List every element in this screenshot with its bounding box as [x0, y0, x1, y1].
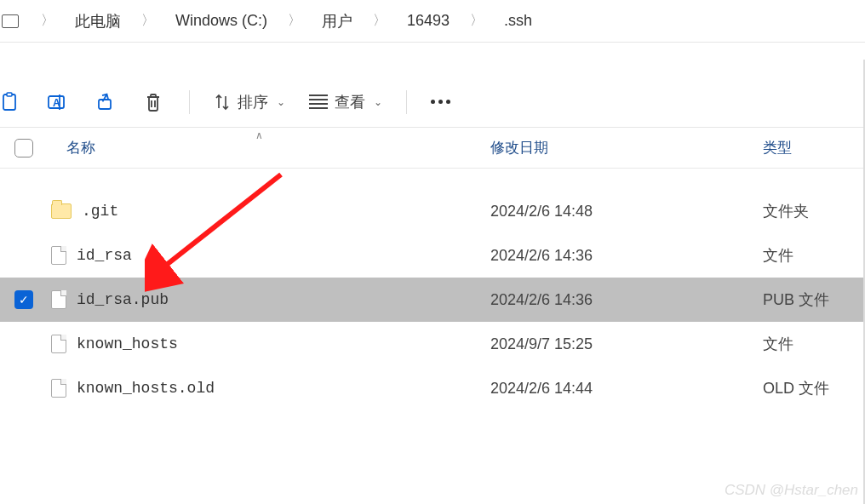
file-name: known_hosts.old: [77, 380, 215, 397]
file-icon: [51, 335, 66, 353]
chevron-right-icon: 〉: [455, 12, 499, 30]
view-button[interactable]: 查看 ⌄: [309, 92, 382, 112]
file-type: 文件夹: [763, 201, 865, 221]
file-icon: [51, 290, 66, 309]
column-modified[interactable]: 修改日期: [490, 138, 763, 158]
file-modified: 2024/2/6 14:36: [490, 291, 763, 309]
more-button[interactable]: [431, 100, 450, 104]
chevron-right-icon: 〉: [126, 12, 170, 30]
chevron-down-icon: ⌄: [277, 96, 285, 108]
breadcrumb-item[interactable]: 用户: [317, 9, 358, 33]
file-modified: 2024/2/6 14:36: [490, 247, 763, 265]
file-modified: 2024/2/6 14:48: [490, 203, 763, 220]
delete-icon[interactable]: [141, 90, 165, 114]
folder-icon: [51, 203, 72, 219]
sort-indicator-icon: ∧: [255, 129, 263, 141]
chevron-down-icon: ⌄: [374, 96, 382, 108]
table-row[interactable]: known_hosts2024/9/7 15:25文件: [0, 322, 865, 366]
file-icon: [51, 379, 66, 398]
sort-button[interactable]: 排序 ⌄: [214, 92, 285, 112]
share-icon[interactable]: [94, 90, 117, 114]
watermark: CSDN @Hstar_chen: [725, 482, 858, 499]
paste-icon[interactable]: [0, 90, 22, 114]
breadcrumb-item[interactable]: Windows (C:): [170, 10, 272, 32]
file-type: OLD 文件: [763, 378, 865, 398]
column-name[interactable]: 名称: [48, 138, 490, 158]
breadcrumb-item[interactable]: 16493: [402, 10, 455, 32]
separator: [406, 90, 407, 114]
file-icon: [51, 246, 66, 265]
toolbar: A 排序 ⌄ 查看 ⌄: [0, 77, 865, 128]
table-row[interactable]: id_rsa2024/2/6 14:36文件: [0, 233, 865, 278]
file-name: id_rsa.pub: [77, 291, 169, 308]
file-type: PUB 文件: [763, 289, 865, 310]
separator: [189, 90, 190, 114]
file-name: known_hosts: [77, 335, 178, 352]
table-row[interactable]: ✓id_rsa.pub2024/2/6 14:36PUB 文件: [0, 278, 865, 322]
sort-label: 排序: [238, 92, 268, 112]
breadcrumb: 〉 此电脑 〉 Windows (C:) 〉 用户 〉 16493 〉 .ssh: [0, 0, 865, 43]
list-icon: [309, 94, 328, 109]
view-label: 查看: [335, 92, 365, 112]
chevron-right-icon: 〉: [26, 12, 70, 30]
table-row[interactable]: known_hosts.old2024/2/6 14:44OLD 文件: [0, 366, 865, 410]
svg-rect-5: [99, 100, 111, 109]
svg-rect-1: [7, 93, 12, 96]
file-list: 名称 修改日期 类型 ∧ .git2024/2/6 14:48文件夹id_rsa…: [0, 128, 865, 410]
file-modified: 2024/9/7 15:25: [490, 335, 763, 353]
breadcrumb-item[interactable]: 此电脑: [70, 9, 126, 33]
column-headers: 名称 修改日期 类型 ∧: [0, 128, 865, 169]
file-type: 文件: [763, 334, 865, 354]
table-row[interactable]: .git2024/2/6 14:48文件夹: [0, 189, 865, 233]
pc-icon: [2, 14, 19, 28]
chevron-right-icon: 〉: [272, 12, 317, 30]
rename-icon[interactable]: A: [46, 90, 70, 114]
row-checkbox[interactable]: ✓: [14, 290, 33, 309]
file-name: id_rsa: [77, 247, 132, 264]
file-modified: 2024/2/6 14:44: [490, 380, 763, 398]
file-name: .git: [82, 203, 118, 220]
chevron-right-icon: 〉: [358, 12, 402, 30]
file-type: 文件: [763, 245, 865, 266]
select-all-checkbox[interactable]: [14, 139, 33, 158]
column-type[interactable]: 类型: [763, 138, 865, 158]
breadcrumb-item[interactable]: .ssh: [499, 10, 537, 32]
